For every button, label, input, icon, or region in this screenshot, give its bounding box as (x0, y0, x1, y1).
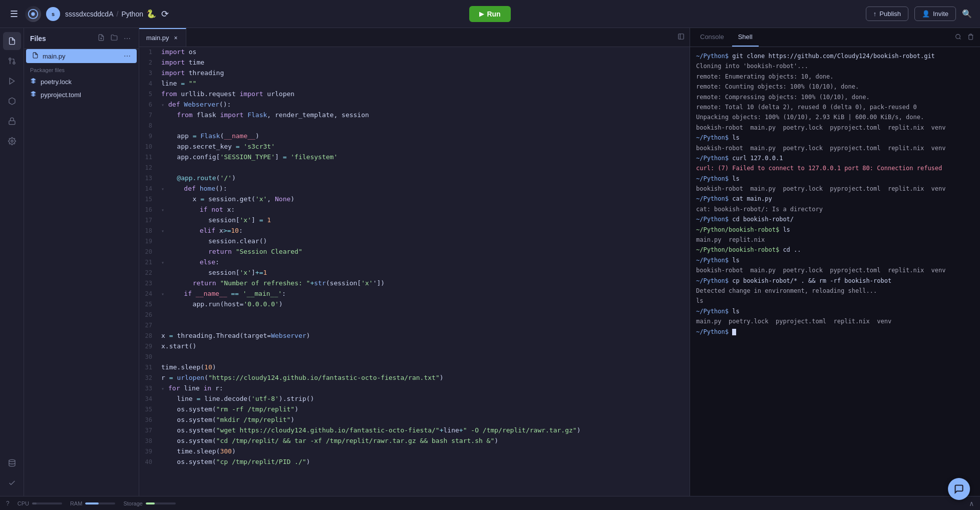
line-number: 22 (139, 268, 159, 278)
line-content: app.config['SESSION_TYPE'] = 'filesystem… (159, 152, 690, 163)
console-line: ~/Python$ cat main.py (696, 194, 974, 204)
fold-arrow-icon[interactable]: ▾ (161, 186, 167, 192)
svg-rect-11 (679, 34, 684, 40)
line-number: 6 (139, 100, 159, 110)
line-content: app.run(host='0.0.0.0') (159, 299, 690, 310)
invite-icon: 👤 (922, 10, 930, 18)
publish-button[interactable]: ↑ Publish (866, 7, 908, 21)
line-content: import threading (159, 68, 690, 79)
package-item-poetry[interactable]: poetry.lock (24, 75, 139, 88)
console-content[interactable]: ~/Python$ git clone https://github.com/C… (690, 47, 980, 496)
file-more-button[interactable]: ⋯ (124, 52, 131, 60)
invite-label: Invite (933, 10, 948, 18)
console-search-button[interactable] (953, 32, 963, 44)
code-line: 14▾ def home(): (139, 184, 690, 194)
line-number: 37 (139, 425, 159, 435)
console-line: bookish-robot main.py poetry.lock pyproj… (696, 184, 974, 194)
line-content: return "Session Cleared" (159, 247, 690, 257)
sidebar-icon-run[interactable] (3, 72, 21, 90)
file-panel-actions: ⋯ (96, 33, 133, 44)
file-panel-more-button[interactable]: ⋯ (122, 33, 133, 44)
console-line: remote: Enumerating objects: 10, done. (696, 72, 974, 82)
line-content: ▾ if not x: (159, 205, 690, 215)
topbar-center: ▶ Run (469, 6, 510, 22)
sidebar-icon-files[interactable] (3, 32, 21, 50)
line-number: 11 (139, 152, 159, 162)
fold-arrow-icon[interactable]: ▾ (161, 228, 167, 234)
line-content: line = "" (159, 79, 690, 89)
sidebar-icon-check[interactable] (3, 474, 21, 492)
console-line: cat: bookish-robot/: Is a directory (696, 204, 974, 214)
code-line: 5from urllib.request import urlopen (139, 89, 690, 100)
fold-arrow-icon[interactable]: ▾ (161, 207, 167, 213)
fold-arrow-icon[interactable]: ▾ (161, 260, 167, 265)
line-number: 16 (139, 205, 159, 215)
console-line: ~/Python$ ls (696, 306, 974, 316)
code-line: 7 from flask import Flask, render_templa… (139, 110, 690, 121)
search-button[interactable]: 🔍 (962, 9, 972, 19)
line-content: app.secret_key = 's3cr3t' (159, 142, 690, 152)
line-number: 14 (139, 184, 159, 194)
line-content: ▾ if __name__ == '__main__': (159, 289, 690, 299)
fold-arrow-icon[interactable]: ▾ (161, 102, 167, 108)
tab-console[interactable]: Console (694, 28, 730, 47)
code-content[interactable]: 1import os2import time3import threading4… (139, 47, 690, 496)
package-item-pyproject[interactable]: pyproject.toml (24, 88, 139, 101)
editor-tab-main[interactable]: main.py × (139, 28, 186, 47)
file-item-main[interactable]: main.py ⋯ (26, 49, 137, 63)
console-trash-button[interactable] (965, 32, 976, 44)
status-bar-right: ∧ (969, 499, 974, 507)
sidebar-icon-git[interactable] (3, 52, 21, 70)
line-content: time.sleep(300) (159, 446, 690, 457)
line-number: 10 (139, 142, 159, 152)
invite-button[interactable]: 👤 Invite (914, 7, 956, 21)
breadcrumb-user[interactable]: ssssdxcsddcdA (65, 10, 113, 18)
code-line: 3import threading (139, 68, 690, 79)
fold-arrow-icon[interactable]: ▾ (161, 291, 167, 297)
help-button[interactable]: ? (6, 500, 10, 507)
package-name-poetry: poetry.lock (41, 78, 72, 86)
console-line: main.py replit.nix (696, 235, 974, 245)
tab-shell[interactable]: Shell (732, 28, 759, 47)
svg-rect-6 (9, 121, 15, 124)
new-file-button[interactable] (96, 33, 107, 44)
tab-close-button[interactable]: × (173, 34, 179, 42)
history-button[interactable]: ⟳ (161, 9, 169, 20)
line-number: 2 (139, 58, 159, 68)
line-content: line = line.decode('utf-8').strip() (159, 394, 690, 404)
code-line: 35 os.system("rm -rf /tmp/replit") (139, 404, 690, 415)
new-folder-button[interactable] (109, 33, 120, 44)
code-line: 20 return "Session Cleared" (139, 247, 690, 257)
console-line: bookish-robot main.py poetry.lock pyproj… (696, 143, 974, 153)
sidebar-icon-database[interactable] (3, 454, 21, 472)
code-line: 34 line = line.decode('utf-8').strip() (139, 394, 690, 404)
sidebar-icon-packages[interactable] (3, 92, 21, 110)
sidebar-icon-secrets[interactable] (3, 112, 21, 130)
line-content: import os (159, 47, 690, 58)
line-content: x = session.get('x', None) (159, 194, 690, 205)
fold-arrow-icon[interactable]: ▾ (161, 386, 167, 391)
console-line: Cloning into 'bookish-robot'... (696, 61, 974, 71)
svg-marker-5 (10, 78, 14, 84)
line-content: ▾ def Webserver(): (159, 100, 690, 110)
breadcrumb-project[interactable]: Python (121, 10, 143, 18)
console-actions (953, 32, 976, 44)
line-number: 15 (139, 194, 159, 204)
console-line: ~/Python$ (696, 327, 974, 337)
sidebar-icon-settings[interactable] (3, 132, 21, 150)
console-line: ~/Python$ cp bookish-robot/* . && rm -rf… (696, 276, 974, 286)
line-number: 9 (139, 131, 159, 141)
run-button[interactable]: ▶ Run (469, 6, 510, 22)
chat-button[interactable] (948, 478, 970, 500)
console-line: remote: Total 10 (delta 2), reused 0 (de… (696, 102, 974, 112)
console-line: Detected change in environment, reloadin… (696, 286, 974, 296)
editor-maximize-button[interactable] (673, 33, 690, 42)
code-line: 36 os.system("mkdir /tmp/replit") (139, 415, 690, 425)
svg-line-14 (959, 38, 960, 39)
code-line: 19 session.clear() (139, 236, 690, 247)
code-line: 17 session['x'] = 1 (139, 215, 690, 226)
hamburger-button[interactable]: ☰ (8, 7, 20, 22)
status-expand-button[interactable]: ∧ (969, 499, 974, 507)
line-content: ▾ elif x>=10: (159, 226, 690, 236)
package-icon-poetry (30, 78, 37, 86)
